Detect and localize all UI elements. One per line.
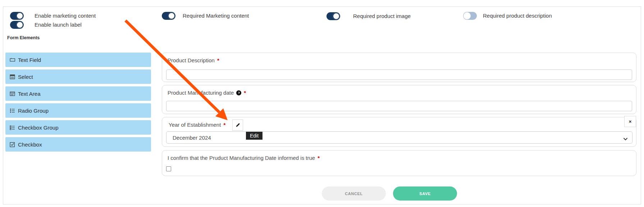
select-icon bbox=[9, 74, 15, 80]
text-field-icon bbox=[9, 57, 15, 63]
save-button[interactable]: SAVE bbox=[393, 186, 457, 201]
year-of-establishment-select[interactable]: December 2024 bbox=[166, 131, 632, 144]
toggle-label-required-product-description: Required product description bbox=[483, 13, 552, 19]
field-label-text: I confirm that the Pruduct Manufacturing… bbox=[168, 155, 315, 161]
edit-field-button[interactable] bbox=[232, 120, 243, 131]
field-label-text: Product Description bbox=[168, 57, 215, 63]
sidebar-item-label: Checkbox bbox=[18, 141, 42, 148]
toggle-label-enable-marketing-content: Enable marketing content bbox=[35, 13, 96, 19]
remove-field-button[interactable]: × bbox=[624, 116, 636, 127]
required-asterisk: * bbox=[223, 122, 225, 128]
field-label-confirmation: I confirm that the Pruduct Manufacturing… bbox=[168, 155, 320, 161]
radio-group-icon bbox=[9, 108, 15, 114]
text-area-icon bbox=[9, 91, 15, 97]
form-elements-title: Form Elements bbox=[7, 35, 40, 40]
select-value: December 2024 bbox=[173, 135, 211, 141]
field-panel-confirmation: I confirm that the Pruduct Manufacturing… bbox=[162, 150, 636, 176]
toggle-knob bbox=[16, 21, 23, 28]
field-label-text: Year of Establishment bbox=[169, 122, 221, 128]
required-asterisk: * bbox=[217, 57, 219, 63]
toggle-knob bbox=[16, 12, 23, 19]
sidebar-item-label: Text Field bbox=[18, 57, 41, 63]
sidebar-item-radio-group[interactable]: Radio Group bbox=[5, 103, 151, 118]
toggle-required-product-description[interactable] bbox=[463, 12, 477, 20]
field-label-text: Product Manufacturing date bbox=[168, 90, 234, 96]
toggle-enable-marketing-content[interactable] bbox=[10, 12, 24, 20]
product-description-input[interactable] bbox=[166, 69, 632, 80]
chevron-down-icon bbox=[623, 136, 628, 142]
toggle-required-product-image[interactable] bbox=[326, 12, 340, 20]
sidebar-item-text-area[interactable]: Text Area bbox=[5, 86, 151, 101]
sidebar-item-label: Select bbox=[18, 74, 33, 80]
help-icon[interactable]: ? bbox=[236, 90, 241, 95]
edit-tooltip: Edit bbox=[246, 132, 262, 140]
toggle-knob bbox=[463, 12, 471, 19]
sidebar-item-label: Text Area bbox=[18, 91, 41, 97]
pencil-icon bbox=[235, 122, 241, 128]
required-asterisk: * bbox=[318, 155, 320, 161]
toggle-label-enable-launch-label: Enable launch label bbox=[35, 22, 82, 28]
form-builder-page: Enable marketing content Required Market… bbox=[0, 0, 644, 207]
product-manufacturing-date-input[interactable] bbox=[166, 101, 632, 111]
field-panel-product-description: Product Description * bbox=[162, 53, 636, 82]
toggle-enable-launch-label[interactable] bbox=[10, 21, 24, 29]
toggle-label-required-marketing-content: Required Marketing content bbox=[183, 13, 249, 19]
checkbox-icon bbox=[9, 141, 15, 148]
toggle-required-marketing-content[interactable] bbox=[162, 12, 175, 20]
sidebar-item-label: Radio Group bbox=[18, 108, 49, 114]
required-asterisk: * bbox=[244, 90, 246, 96]
field-panel-year-of-establishment: Year of Establishment * Edit × December … bbox=[162, 117, 636, 147]
toggle-knob bbox=[168, 12, 175, 19]
toggle-label-required-product-image: Required product image bbox=[353, 13, 411, 19]
sidebar-item-checkbox-group[interactable]: Checkbox Group bbox=[5, 120, 151, 135]
sidebar-item-label: Checkbox Group bbox=[18, 125, 59, 131]
sidebar-item-checkbox[interactable]: Checkbox bbox=[5, 137, 151, 152]
field-label-product-manufacturing-date: Product Manufacturing date ? * bbox=[168, 90, 246, 96]
checkbox-group-icon bbox=[9, 125, 15, 131]
toggle-knob bbox=[333, 13, 340, 20]
sidebar-item-text-field[interactable]: Text Field bbox=[5, 53, 151, 67]
cancel-button[interactable]: CANCEL bbox=[322, 186, 386, 201]
field-label-year-of-establishment: Year of Establishment * bbox=[169, 122, 225, 128]
confirmation-checkbox[interactable] bbox=[166, 166, 171, 171]
field-label-product-description: Product Description * bbox=[168, 57, 219, 63]
sidebar-item-select[interactable]: Select bbox=[5, 69, 151, 84]
field-panel-product-manufacturing-date: Product Manufacturing date ? * bbox=[162, 85, 636, 114]
